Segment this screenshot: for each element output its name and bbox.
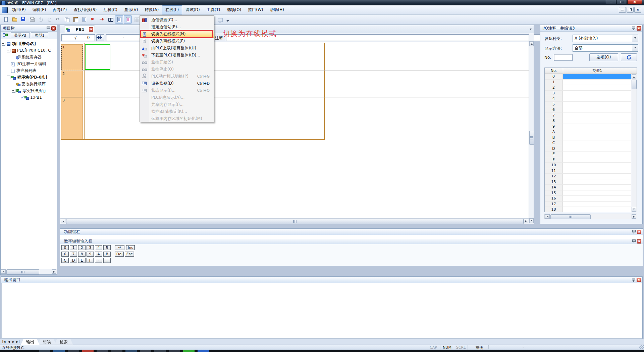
menubar-item[interactable]: 向导(Z) [50, 5, 70, 14]
tree-expander-icon[interactable] [7, 76, 10, 79]
scroll-up-icon[interactable] [529, 41, 534, 46]
scroll-left-icon[interactable] [545, 214, 550, 219]
io-table-row[interactable]: 4 [545, 96, 631, 102]
toolbar-button[interactable] [63, 15, 71, 24]
taskbar-app[interactable] [97, 350, 108, 352]
keypad-key[interactable]: 5 [103, 245, 111, 250]
keypad-key[interactable]: 4 [95, 245, 102, 250]
ladder-grid[interactable]: 123 [60, 42, 529, 218]
toolbar-button[interactable] [2, 15, 10, 24]
io-table-row[interactable]: E [545, 151, 631, 157]
io-table-row[interactable]: 13 [545, 179, 631, 185]
mdi-minimize-button[interactable] [619, 7, 626, 13]
toolbar-button[interactable] [19, 15, 27, 24]
scroll-up-icon[interactable] [632, 74, 636, 79]
io-table-row[interactable]: A [545, 129, 631, 135]
taskbar-app[interactable] [198, 350, 209, 352]
type1-button[interactable]: 类型1 [31, 32, 48, 38]
keypad-key[interactable]: B [103, 252, 111, 257]
menubar-item[interactable]: 工具(T) [203, 5, 224, 14]
bottom-tab[interactable]: 检索 [54, 339, 73, 345]
device-type-select[interactable]: X (外部输入) [573, 35, 638, 42]
chevron-down-icon[interactable] [632, 45, 638, 51]
menubar-item[interactable]: 显示(V) [121, 5, 142, 14]
io-table-row[interactable]: 15 [545, 190, 631, 196]
editor-vscrollbar[interactable] [529, 33, 534, 224]
toolbar-button[interactable] [71, 15, 79, 24]
next-tab-icon[interactable]: ▶ [11, 340, 16, 344]
keypad-key[interactable]: ↵ [115, 245, 124, 250]
io-table-row[interactable]: 9 [545, 124, 631, 130]
io-table-row[interactable]: 10 [545, 163, 631, 168]
no-input[interactable] [554, 54, 573, 61]
display-method-select[interactable]: 全部 [573, 44, 638, 52]
first-tab-icon[interactable]: │◀ [1, 340, 6, 344]
scroll-thumb[interactable] [66, 219, 524, 224]
restore-button[interactable] [616, 0, 627, 4]
pin-icon[interactable] [46, 26, 50, 31]
bottom-tab[interactable]: 输出 [21, 339, 40, 345]
io-table-row[interactable]: 2 [545, 85, 631, 91]
menubar-item[interactable]: 编辑(E) [29, 5, 50, 14]
online-menu-item[interactable]: 设备监视(D)Ctrl+D [140, 80, 214, 87]
io-table-row[interactable]: 11 [545, 168, 631, 174]
toolbar-button[interactable] [124, 15, 132, 24]
tab-pb1[interactable]: PB1 [64, 26, 95, 33]
show-pb-button[interactable]: 显示PB [11, 32, 30, 38]
keypad-key[interactable]: 3 [87, 245, 94, 250]
io-table-row[interactable]: 0 [545, 74, 631, 80]
tree-item[interactable]: 项目[未命名] [2, 41, 36, 47]
taskbar-app[interactable] [125, 350, 137, 352]
tree-expander-icon[interactable] [2, 42, 5, 46]
keypad-key[interactable]: 6 [61, 252, 69, 257]
taskbar-app[interactable] [183, 350, 195, 352]
scroll-down-icon[interactable] [529, 218, 534, 223]
scroll-right-icon[interactable] [524, 219, 528, 223]
tab-list-icon[interactable] [530, 29, 532, 31]
scroll-left-icon[interactable] [1, 269, 6, 274]
tree-item[interactable]: ✓1:PB1 [17, 94, 42, 100]
pin-icon[interactable] [631, 278, 636, 282]
prev-tab-icon[interactable]: ◀ [6, 340, 11, 344]
keypad-key[interactable]: 8 [78, 252, 86, 257]
keypad-key[interactable]: F [87, 258, 94, 263]
menubar-item[interactable]: 选项(O) [223, 5, 245, 14]
toolbar-button[interactable] [80, 15, 88, 24]
chevron-down-icon[interactable] [632, 35, 638, 42]
scroll-thumb[interactable] [632, 80, 637, 89]
taskbar-app[interactable] [140, 350, 151, 352]
keypad-key[interactable]: 7 [70, 252, 77, 257]
keypad-key[interactable]: 1 [70, 245, 77, 250]
resize-grip[interactable] [639, 345, 644, 349]
col-no-header[interactable]: No. [545, 68, 563, 74]
keypad-key[interactable]: D [70, 258, 77, 263]
io-table-row[interactable]: 3 [545, 91, 631, 96]
keypad-key[interactable]: 0 [61, 245, 69, 250]
menubar-item[interactable]: 转换(A) [142, 5, 162, 14]
taskbar-app[interactable] [111, 350, 122, 352]
close-button[interactable]: ✖ [627, 0, 642, 4]
pin-icon[interactable] [632, 230, 636, 234]
online-menu-item[interactable]: 下载至PLC(项目整体)(D)... [140, 52, 214, 59]
scroll-thumb[interactable] [550, 214, 591, 219]
io-table-row[interactable]: C [545, 140, 631, 146]
project-tree-hscrollbar[interactable] [1, 269, 57, 274]
keypad-key[interactable]: E [78, 258, 86, 263]
close-panel-button[interactable] [637, 230, 641, 234]
io-table-row[interactable]: D [545, 146, 631, 152]
menubar-item[interactable]: 帮助(H) [267, 5, 287, 14]
taskbar-app[interactable] [68, 350, 79, 352]
contact-input-button[interactable] [96, 34, 104, 41]
tree-item[interactable]: 系统寄存器 [12, 54, 42, 60]
scroll-right-icon[interactable] [52, 269, 56, 274]
rung-header-cell[interactable]: 3 [61, 97, 83, 139]
rung-header-cell[interactable]: 1 [61, 44, 83, 71]
col-type1-header[interactable]: 类型1 [563, 68, 631, 74]
sort-icon[interactable] [2, 33, 8, 38]
menubar-item[interactable]: 注释(C) [100, 5, 121, 14]
keypad-key[interactable]: Ins [126, 245, 135, 250]
online-menu-item[interactable]: 切换为离线模式(F) [140, 38, 214, 45]
io-table-row[interactable]: 1 [545, 80, 631, 85]
close-panel-button[interactable] [637, 239, 641, 244]
io-table-row[interactable]: 14 [545, 185, 631, 190]
